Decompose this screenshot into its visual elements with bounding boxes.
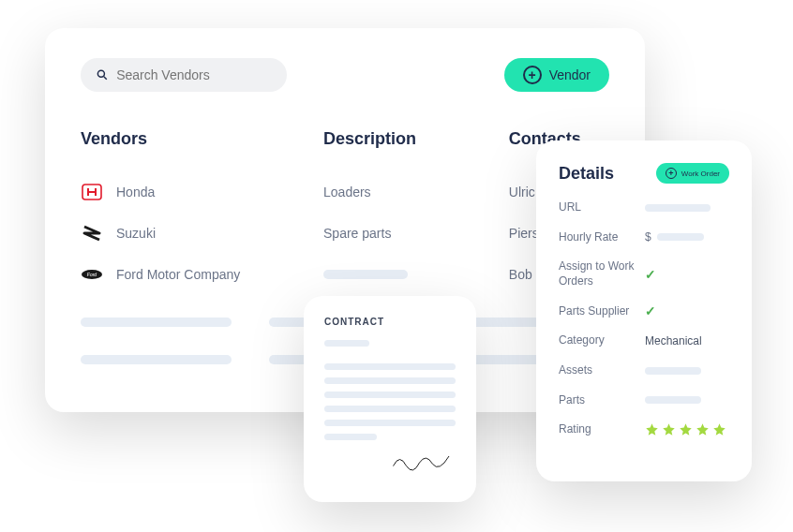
- table-row: [323, 254, 453, 295]
- details-title: Details: [559, 164, 614, 184]
- vendors-table: Vendors Honda Suzuki Ford Ford Motor Com…: [81, 129, 609, 295]
- vendors-column: Vendors Honda Suzuki Ford Ford Motor Com…: [81, 129, 267, 295]
- svg-line-1: [104, 77, 107, 80]
- detail-row-url: URL: [559, 200, 729, 215]
- category-value: Mechanical: [645, 334, 729, 347]
- add-vendor-label: Vendor: [549, 67, 591, 82]
- detail-label: Assign to Work Orders: [559, 259, 645, 288]
- svg-point-0: [97, 70, 104, 77]
- work-order-button[interactable]: + Work Order: [656, 163, 729, 184]
- description-text: Spare parts: [323, 226, 391, 241]
- star-icon: [662, 422, 676, 436]
- detail-row-hourly-rate: Hourly Rate $: [559, 230, 729, 245]
- vendor-name: Honda: [116, 185, 155, 200]
- table-row[interactable]: Ford Ford Motor Company: [81, 254, 267, 295]
- placeholder: [645, 396, 701, 404]
- placeholder: [645, 367, 701, 375]
- table-row[interactable]: Suzuki: [81, 213, 267, 254]
- signature-icon: [390, 450, 456, 476]
- check-icon: ✓: [645, 267, 656, 282]
- vendor-name: Suzuki: [116, 226, 156, 241]
- detail-label: Parts Supplier: [559, 304, 645, 319]
- details-panel: Details + Work Order URL Hourly Rate $ A…: [536, 140, 752, 481]
- check-icon: ✓: [645, 303, 656, 318]
- add-vendor-button[interactable]: + Vendor: [504, 58, 609, 92]
- signature: [324, 450, 456, 480]
- detail-row-category: Category Mechanical: [559, 333, 729, 348]
- detail-label: Hourly Rate: [559, 230, 645, 245]
- table-row[interactable]: Honda: [81, 171, 267, 213]
- description-text: Loaders: [323, 185, 371, 200]
- placeholder: [324, 392, 456, 398]
- placeholder: [324, 377, 456, 384]
- search-icon: [96, 67, 109, 82]
- placeholder: [81, 318, 232, 327]
- detail-row-assets: Assets: [559, 363, 729, 378]
- detail-row-rating: Rating: [559, 422, 729, 437]
- description-column: Description Loaders Spare parts: [323, 129, 453, 295]
- detail-row-parts: Parts: [559, 393, 729, 408]
- placeholder: [324, 340, 369, 347]
- detail-label: Assets: [559, 363, 645, 378]
- contract-card: CONTRACT: [304, 296, 476, 502]
- vendors-header: Vendors: [81, 129, 267, 149]
- table-row: Loaders: [323, 171, 453, 213]
- placeholder: [324, 406, 456, 412]
- star-icon: [712, 422, 726, 436]
- star-icon: [696, 422, 710, 436]
- placeholder: [323, 270, 408, 279]
- contract-title: CONTRACT: [324, 317, 456, 327]
- plus-icon: +: [523, 66, 542, 84]
- detail-label: Parts: [559, 393, 645, 408]
- detail-row-assign: Assign to Work Orders ✓: [559, 259, 729, 288]
- placeholder: [324, 363, 456, 370]
- placeholder: [657, 233, 704, 241]
- work-order-label: Work Order: [681, 170, 720, 178]
- star-icon: [679, 422, 693, 436]
- description-header: Description: [323, 129, 453, 149]
- search-input[interactable]: [116, 67, 272, 82]
- currency-prefix: $: [645, 230, 651, 244]
- table-row: Spare parts: [323, 213, 453, 254]
- rating-stars: [645, 422, 726, 436]
- ford-logo-icon: Ford: [81, 263, 103, 286]
- placeholder: [645, 204, 711, 212]
- suzuki-logo-icon: [81, 222, 103, 244]
- placeholder: [81, 355, 232, 364]
- vendor-name: Ford Motor Company: [116, 267, 240, 282]
- placeholder: [324, 420, 456, 426]
- details-header: Details + Work Order: [559, 163, 729, 184]
- detail-label: Rating: [559, 422, 645, 437]
- detail-label: URL: [559, 200, 645, 215]
- toolbar: + Vendor: [81, 58, 609, 92]
- detail-label: Category: [559, 333, 645, 348]
- placeholder: [324, 434, 377, 440]
- detail-row-parts-supplier: Parts Supplier ✓: [559, 303, 729, 318]
- svg-text:Ford: Ford: [87, 272, 97, 277]
- honda-logo-icon: [81, 181, 103, 203]
- star-icon: [645, 422, 659, 436]
- plus-icon: +: [666, 168, 677, 179]
- search-input-wrapper[interactable]: [81, 58, 287, 92]
